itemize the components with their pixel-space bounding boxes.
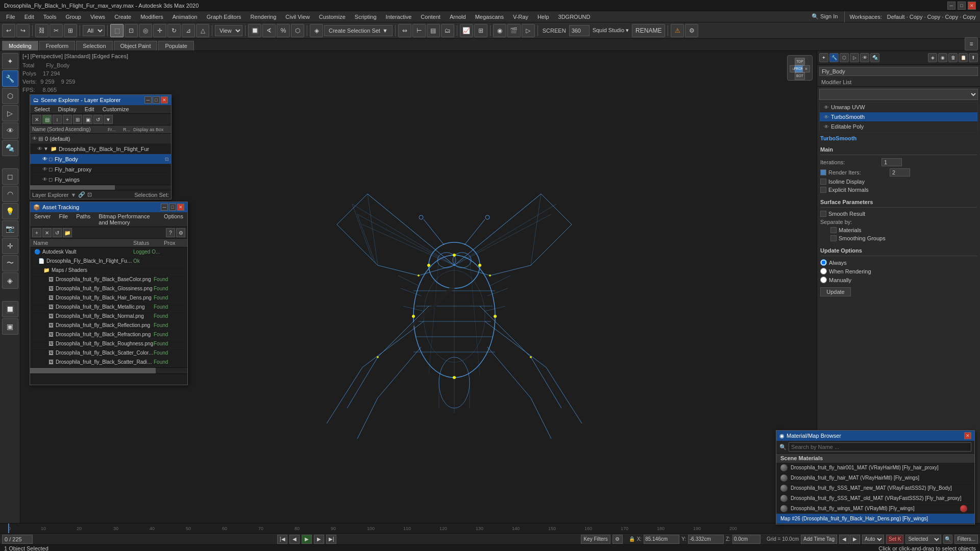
- at-menu-options[interactable]: Options: [160, 212, 187, 227]
- menu-animation[interactable]: Animation: [168, 13, 202, 21]
- panel-icon-5[interactable]: ⬆: [969, 53, 978, 62]
- menu-file[interactable]: File: [2, 13, 19, 21]
- mat-row-5[interactable]: Map #26 (Drosophila_fruit_fly_Black_Hair…: [776, 514, 974, 524]
- layer-manager-btn[interactable]: ▤: [427, 24, 440, 37]
- at-row-tex10[interactable]: 🖼 Drosophila_fruit_fly_Black_Scatter_Rad…: [30, 358, 187, 367]
- scene-explorer-header[interactable]: 🗂 Scene Explorer - Layer Explorer ─ □ ✕: [30, 95, 171, 105]
- at-row-maps[interactable]: 📁 Maps / Shaders: [30, 266, 187, 275]
- panel-icon-4[interactable]: 📋: [959, 53, 968, 62]
- at-row-tex4[interactable]: 🖼 Drosophila_fruit_fly_Black_Metallic.pn…: [30, 303, 187, 312]
- mat-browser-header[interactable]: ◉ Material/Map Browser ✕: [776, 431, 974, 441]
- scene-explorer-btn[interactable]: 🗂: [441, 24, 454, 37]
- frame-counter-input[interactable]: [2, 535, 33, 544]
- ts-render-iters-checkbox[interactable]: [820, 169, 826, 176]
- ts-smoothing-groups-checkbox[interactable]: [830, 235, 837, 241]
- modifier-turbosmooth[interactable]: 👁 TurboSmooth: [820, 112, 977, 122]
- create-camera-btn[interactable]: 📷: [2, 220, 18, 237]
- menu-create[interactable]: Create: [110, 13, 135, 21]
- menu-views[interactable]: Views: [86, 13, 109, 21]
- mat-row-4[interactable]: Drosophila_fruit_fly_wings_MAT (VRayMtl)…: [776, 504, 974, 514]
- key-filters-btn[interactable]: Key Filters: [581, 535, 610, 544]
- next-key-btn[interactable]: ▶: [850, 535, 860, 544]
- create-selection-set-btn[interactable]: Create Selection Set ▼: [324, 25, 393, 36]
- filter-select[interactable]: All: [83, 25, 105, 36]
- scale-btn[interactable]: ⊿: [182, 24, 195, 37]
- se-maximize-btn[interactable]: □: [153, 96, 160, 104]
- se-add-btn[interactable]: +: [63, 115, 72, 124]
- motion-tab-btn[interactable]: ▷: [2, 105, 18, 121]
- selected-select[interactable]: Selected: [905, 535, 941, 544]
- motion-icon-btn[interactable]: ▷: [850, 53, 859, 62]
- spinner-snap-btn[interactable]: ⬡: [291, 24, 304, 37]
- se-col-btn[interactable]: ⊞: [73, 115, 82, 124]
- se-menu-edit[interactable]: Edit: [81, 105, 99, 113]
- tab-modeling[interactable]: Modeling: [2, 41, 38, 51]
- modify-tab-btn[interactable]: 🔧: [2, 70, 18, 87]
- se-menu-display[interactable]: Display: [54, 105, 81, 113]
- se-close-btn[interactable]: ✕: [161, 96, 168, 104]
- warning-btn[interactable]: ⚠: [671, 24, 684, 37]
- se-sort-btn[interactable]: ↕: [53, 115, 62, 124]
- hier-icon-btn[interactable]: ⬡: [840, 53, 849, 62]
- at-close-btn[interactable]: ✕: [177, 204, 184, 211]
- modifier-dropdown[interactable]: [819, 89, 978, 100]
- menu-scripting[interactable]: Scripting: [351, 13, 381, 21]
- menu-civil-view[interactable]: Civil View: [281, 13, 313, 21]
- ts-materials-checkbox[interactable]: [830, 227, 837, 233]
- next-frame-btn[interactable]: ▶: [314, 535, 324, 544]
- tab-object-paint[interactable]: Object Paint: [114, 41, 158, 51]
- menu-interactive[interactable]: Interactive: [382, 13, 416, 21]
- se-scrollbar-thumb[interactable]: [30, 185, 115, 190]
- create-spacewarp-btn[interactable]: 〜: [2, 255, 18, 271]
- mirror-btn[interactable]: ⇔: [398, 24, 411, 37]
- scale-type-btn[interactable]: △: [196, 24, 209, 37]
- at-row-tex3[interactable]: 🖼 Drosophila_fruit_fly_Black_Hair_Dens.p…: [30, 293, 187, 303]
- modifier-editable-poly[interactable]: 👁 Editable Poly: [820, 122, 977, 132]
- modifier-unwrap-uvw[interactable]: 👁 Unwrap UVW: [820, 103, 977, 112]
- object-name-input[interactable]: [819, 67, 978, 76]
- se-view-btn[interactable]: ▣: [83, 115, 92, 124]
- frames-input[interactable]: [569, 25, 590, 36]
- minimize-btn[interactable]: ─: [947, 2, 955, 10]
- unlink-btn[interactable]: ✂: [50, 24, 63, 37]
- menu-help[interactable]: Help: [533, 13, 553, 21]
- menu-edit[interactable]: Edit: [20, 13, 38, 21]
- tab-selection[interactable]: Selection: [76, 41, 112, 51]
- panel-icon-2[interactable]: ◉: [938, 53, 947, 62]
- at-settings-btn[interactable]: ⚙: [176, 228, 185, 237]
- at-input-field[interactable]: [30, 374, 187, 382]
- at-row-tex9[interactable]: 🖼 Drosophila_fruit_fly_Black_Scatter_Col…: [30, 348, 187, 358]
- add-time-tag-btn[interactable]: Add Time Tag: [801, 535, 837, 544]
- rotate-btn[interactable]: ↻: [167, 24, 181, 37]
- render-btn[interactable]: ▷: [522, 24, 535, 37]
- tab-more-btn[interactable]: ≡: [965, 37, 978, 51]
- go-end-btn[interactable]: ▶|: [326, 535, 336, 544]
- view-select[interactable]: View: [215, 25, 242, 36]
- menu-customize[interactable]: Customize: [315, 13, 350, 21]
- display-icon-btn[interactable]: 👁: [860, 53, 869, 62]
- sign-in-btn[interactable]: 🔍 Sign In: [807, 12, 842, 21]
- se-footer-icons[interactable]: ⊡: [87, 191, 92, 198]
- menu-modifiers[interactable]: Modifiers: [136, 13, 167, 21]
- go-start-btn[interactable]: |◀: [277, 535, 287, 544]
- at-menu-bitmap[interactable]: Bitmap Performance and Memory: [94, 212, 160, 227]
- coord-z-input[interactable]: [732, 535, 761, 544]
- snap-btn-2[interactable]: 🔲: [2, 301, 18, 317]
- panel-icon-1[interactable]: ◈: [928, 53, 937, 62]
- menu-arnold[interactable]: Arnold: [446, 13, 470, 21]
- material-editor-btn[interactable]: ◉: [493, 24, 506, 37]
- snap-3d-btn[interactable]: 🔲: [248, 24, 261, 37]
- asset-tracking-header[interactable]: 📦 Asset Tracking ─ □ ✕: [30, 202, 187, 212]
- settings-btn[interactable]: ⚙: [685, 24, 698, 37]
- mat-row-0[interactable]: Drosophila_fruit_fly_hair001_MAT (VRayHa…: [776, 463, 974, 473]
- se-sync-btn[interactable]: ↺: [93, 115, 103, 124]
- select-link-btn[interactable]: ⛓: [35, 24, 48, 37]
- mat-search-input[interactable]: [789, 442, 971, 452]
- select-lasso-btn[interactable]: ◎: [139, 24, 152, 37]
- panel-icon-3[interactable]: 🗑: [948, 53, 958, 62]
- at-menu-paths[interactable]: Paths: [72, 212, 94, 227]
- container-btn[interactable]: ▣: [2, 318, 18, 335]
- create-system-btn[interactable]: ◈: [2, 272, 18, 289]
- coord-y-input[interactable]: [688, 535, 724, 544]
- auto-select[interactable]: Auto: [862, 535, 884, 544]
